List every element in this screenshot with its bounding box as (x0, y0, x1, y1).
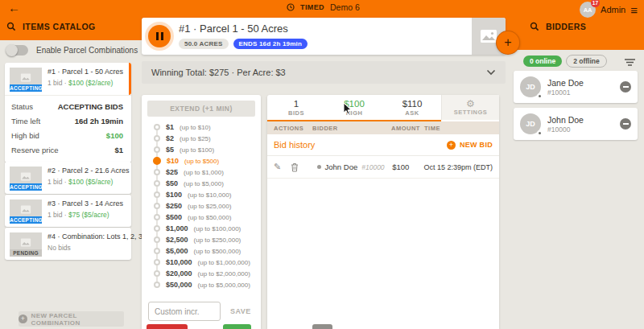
block-bidder-icon[interactable] (620, 118, 631, 130)
increments-panel: EXTEND (+1 MIN) $1 (up to $10) $2 (up to… (142, 95, 261, 329)
image-icon (20, 73, 31, 82)
increment-amount: $5 (166, 146, 174, 154)
chevron-down-icon[interactable] (486, 69, 496, 76)
reject-button-partial[interactable] (147, 324, 188, 329)
secondary-button-partial[interactable] (312, 324, 332, 329)
increment-range: (up to $1,000) (184, 169, 224, 176)
increment-range: (up to $25) (180, 135, 211, 142)
increment-radio-icon (154, 135, 160, 142)
admin-avatar[interactable]: AA 17 (580, 2, 596, 18)
offline-status-icon (537, 130, 543, 136)
stat-ask[interactable]: $110 ASK (383, 95, 441, 120)
new-bid-button[interactable]: + NEW BID (447, 141, 493, 150)
increment-radio-icon (154, 146, 160, 153)
stat-value: 1 (294, 99, 299, 109)
accept-button-partial[interactable] (223, 324, 251, 329)
admin-menu[interactable]: AA 17 Admin ≡ (580, 2, 638, 18)
item-bids-count: 1 bid · (47, 79, 67, 87)
presence-filters: 0 online 2 offline (523, 55, 607, 68)
lot-header-card: #1 · Parcel 1 - 50 Acres 50.0 ACRES ENDS… (142, 18, 506, 55)
increment-option-5[interactable]: $50 (up to $5,000) (154, 178, 261, 189)
selected-indicator (129, 63, 131, 95)
winning-total-bar[interactable]: Winning Total: $275 · Per Acre: $3 (142, 61, 506, 84)
catalog-item-1-head[interactable]: ACCEPTING #1 · Parcel 1 - 50 Acres 1 bid… (5, 63, 131, 95)
new-parcel-combination-button[interactable]: + NEW PARCEL COMBINATION (19, 311, 124, 327)
bid-table-header: ACTIONS BIDDER AMOUNT TIME (267, 121, 499, 134)
edit-bid-icon[interactable]: ✎ (274, 162, 281, 172)
increment-amount: $250 (166, 202, 182, 210)
increment-radio-icon (154, 248, 160, 254)
increment-amount: $100 (166, 191, 182, 199)
image-icon (20, 238, 31, 247)
pause-button[interactable] (148, 25, 171, 47)
increment-option-11[interactable]: $5,000 (up to $500,000) (154, 245, 261, 257)
bidder-paddle: #10000 (361, 163, 384, 171)
bidder-info: John Doe #10000 (547, 115, 613, 134)
online-filter[interactable]: 0 online (523, 56, 562, 67)
toggle-knob (6, 44, 18, 56)
increment-radio-icon (154, 282, 160, 288)
increment-option-9[interactable]: $1,000 (up to $100,000) (154, 223, 261, 234)
bid-history-title: Bid history (274, 140, 447, 150)
bidder-card-john[interactable]: JD John Doe #10000 (514, 108, 638, 140)
bid-panel: 1 BIDS $100 HIGH $110 ASK ⚙ SETTINGS ACT… (267, 95, 499, 329)
increment-option-12[interactable]: $10,000 (up to $1,000,000) (154, 257, 261, 268)
increment-option-3[interactable]: $10 (up to $500) (154, 155, 261, 167)
catalog-item-1[interactable]: ACCEPTING #1 · Parcel 1 - 50 Acres 1 bid… (5, 63, 131, 162)
increment-option-4[interactable]: $25 (up to $1,000) (154, 167, 261, 178)
stat-high[interactable]: $100 HIGH (325, 95, 383, 120)
increment-range: (up to $10) (180, 124, 211, 131)
admin-label: Admin (601, 5, 625, 14)
offline-filter[interactable]: 2 offline (566, 55, 607, 68)
item-thumbnail: ACCEPTING (10, 68, 42, 87)
extend-button[interactable]: EXTEND (+1 MIN) (147, 101, 255, 117)
bid-actions: ✎ (274, 162, 317, 172)
app-root: ← TIMED Demo 6 AA 17 Admin ≡ ITEMS CATAL… (0, 0, 644, 329)
detail-value: ACCEPTING BIDS (58, 102, 123, 111)
items-catalog-title: ITEMS CATALOG (23, 22, 96, 31)
increment-radio-icon (154, 270, 160, 277)
catalog-item-4[interactable]: PENDING #4 · Combination: Lots 1, 2, 3 N… (5, 228, 131, 260)
toggle-switch[interactable] (6, 45, 28, 56)
save-button[interactable]: SAVE (230, 307, 251, 315)
search-icon[interactable] (6, 22, 16, 31)
new-bid-label: NEW BID (460, 141, 493, 149)
item-title: #3 · Parcel 3 - 14 Acres (47, 199, 123, 208)
increment-option-13[interactable]: $20,000 (up to $2,000,000) (154, 268, 261, 279)
detail-value: $100 (106, 131, 123, 140)
item-bids-count: 1 bid · (47, 178, 67, 186)
admin-initials: AA (584, 6, 592, 14)
increment-option-0[interactable]: $1 (up to $10) (154, 121, 261, 133)
increment-option-7[interactable]: $250 (up to $25,000) (154, 200, 261, 212)
back-icon[interactable]: ← (8, 1, 20, 14)
delete-bid-icon[interactable] (291, 162, 299, 172)
increment-option-14[interactable]: $50,000 (up to $5,000,000) (154, 279, 261, 290)
item-bids-count: No bids (47, 244, 71, 252)
increment-amount: $1,000 (166, 224, 188, 232)
item-thumbnail: PENDING (10, 232, 42, 252)
increment-option-8[interactable]: $500 (up to $50,000) (154, 212, 261, 223)
add-bidder-button[interactable]: + (496, 31, 520, 55)
custom-increment-input[interactable] (148, 302, 221, 321)
tab-settings[interactable]: ⚙ SETTINGS (441, 95, 499, 120)
increment-option-10[interactable]: $2,500 (up to $250,000) (154, 234, 261, 245)
increment-option-2[interactable]: $5 (up to $100) (154, 144, 261, 155)
increment-amount: $50,000 (166, 281, 192, 289)
sort-icon[interactable] (624, 56, 636, 70)
catalog-item-3[interactable]: ACCEPTING #3 · Parcel 3 - 14 Acres 1 bid… (5, 195, 131, 227)
increment-radio-icon (154, 236, 160, 243)
block-bidder-icon[interactable] (620, 81, 631, 93)
status-badge: ACCEPTING (10, 216, 42, 224)
search-icon[interactable] (530, 22, 539, 31)
increment-option-1[interactable]: $2 (up to $25) (154, 133, 261, 144)
catalog-item-2[interactable]: ACCEPTING #2 · Parcel 2 - 21.6 Acres 1 b… (5, 162, 131, 194)
increment-radio-icon (154, 191, 160, 198)
stat-bids[interactable]: 1 BIDS (267, 95, 325, 120)
notification-badge: 17 (591, 0, 600, 7)
bidder-card-jane[interactable]: JD Jane Doe #10001 (514, 71, 638, 103)
settings-label: SETTINGS (454, 109, 488, 116)
hamburger-menu-icon[interactable]: ≡ (630, 4, 638, 16)
increment-amount: $50 (166, 179, 178, 187)
increment-option-6[interactable]: $100 (up to $10,000) (154, 189, 261, 200)
bidder-avatar: JD (520, 76, 541, 97)
